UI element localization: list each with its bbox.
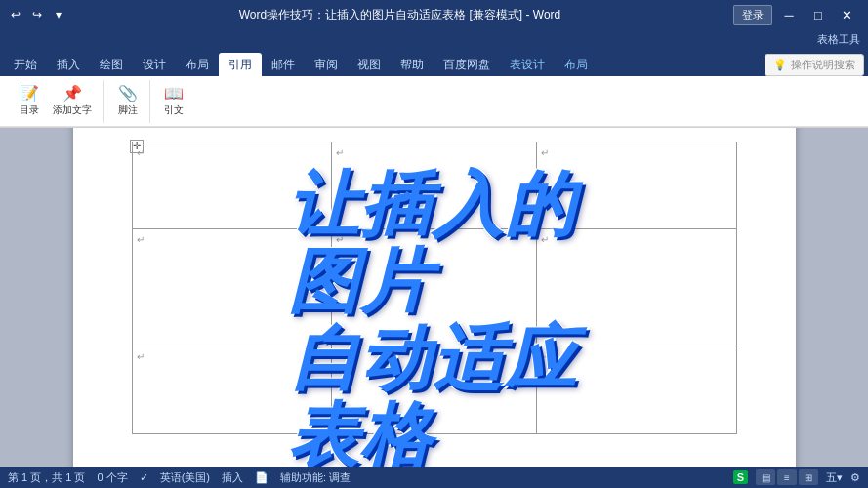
table-tools-bar: 表格工具 [0,29,868,49]
cmd-placeholder-1[interactable]: 📝 目录 [14,82,45,121]
help-search[interactable]: 💡 操作说明搜索 [765,54,864,76]
tab-table-design[interactable]: 表设计 [500,53,555,76]
return-arrow: ↵ [137,351,145,362]
table-cell[interactable]: ↵ [537,229,736,346]
minimize-button[interactable]: ─ [776,5,802,24]
tab-references[interactable]: 引用 [219,53,262,76]
tab-start[interactable]: 开始 [4,53,47,76]
table-row: ↵ ↵ ↵ [132,142,736,229]
view-icons: ▤ ≡ ⊞ [756,469,818,485]
maximize-button[interactable]: □ [806,5,831,24]
ribbon: 开始 插入 绘图 设计 布局 引用 邮件 审阅 视图 帮助 百度网盘 表设计 布… [0,49,868,128]
lightbulb-icon: 💡 [773,59,787,71]
page-count: 第 1 页，共 1 页 [8,470,85,485]
return-arrow: ↵ [137,147,145,158]
cmd-footnote[interactable]: 📎 脚注 [112,82,144,121]
tab-baidu[interactable]: 百度网盘 [434,53,500,76]
title-bar-right: 登录 ─ □ ✕ [733,5,860,25]
doc-icon: 📄 [255,471,269,484]
return-arrow: ↵ [336,234,344,245]
ribbon-group-1: 📝 目录 📌 添加文字 [8,80,104,123]
language[interactable]: 英语(美国) [160,470,210,485]
table-cell[interactable]: ↵ [132,346,331,434]
redo-icon[interactable]: ↪ [29,7,45,22]
table-row: ↵ ↵ [132,346,736,434]
table-cell[interactable]: ↵ [132,229,331,346]
cmd-citation[interactable]: 📖 引文 [158,82,189,121]
table-cell[interactable]: ↵ [537,142,736,229]
tab-view[interactable]: 视图 [348,53,391,76]
title-bar-left: ↩ ↪ ▾ [8,7,66,22]
table-row: ↵ ↵ ↵ [132,229,736,346]
zoom-level[interactable]: 五▾ [826,470,843,485]
table-cell[interactable] [331,346,536,434]
tab-mail[interactable]: 邮件 [262,53,305,76]
print-view-button[interactable]: ▤ [756,469,775,485]
undo-icon[interactable]: ↩ [8,7,23,22]
citation-icon: 📖 [164,86,184,102]
return-arrow: ↵ [137,234,145,245]
return-arrow: ↵ [541,234,549,245]
tab-review[interactable]: 审阅 [305,53,348,76]
tab-design[interactable]: 设计 [133,53,176,76]
settings-icon[interactable]: ⚙ [850,471,860,484]
insert-mode[interactable]: 插入 [222,470,243,485]
table-cell[interactable]: ↵ [537,346,736,434]
tab-layout[interactable]: 布局 [176,53,219,76]
table-tools-label: 表格工具 [817,32,860,47]
web-view-button[interactable]: ⊞ [799,469,818,485]
tab-draw[interactable]: 绘图 [90,53,133,76]
document-page: ✛ ↵ ↵ ↵ ↵ ↵ ↵ ↵ ↵ [73,128,796,467]
tab-help[interactable]: 帮助 [391,53,434,76]
table-cell[interactable]: ↵ [331,142,536,229]
cmd-icon-1: 📝 [20,86,39,102]
sogou-icon[interactable]: S [733,470,748,484]
document-table: ↵ ↵ ↵ ↵ ↵ ↵ ↵ ↵ [132,142,737,434]
title-text: Word操作技巧：让插入的图片自动适应表格 [兼容模式] - Word [239,7,561,23]
quick-access-icon[interactable]: ▾ [51,7,66,22]
title-bar: ↩ ↪ ▾ Word操作技巧：让插入的图片自动适应表格 [兼容模式] - Wor… [0,0,868,29]
read-view-button[interactable]: ≡ [777,469,797,485]
tab-table-layout[interactable]: 布局 [555,53,598,76]
cmd-placeholder-2[interactable]: 📌 添加文字 [47,82,98,121]
close-button[interactable]: ✕ [835,5,860,24]
table-cell[interactable]: ↵ [331,229,536,346]
word-count: 0 个字 [97,470,127,485]
return-arrow: ↵ [541,351,549,362]
table-cell[interactable]: ↵ [132,142,331,229]
help-search-label: 操作说明搜索 [791,58,855,72]
return-arrow: ↵ [541,147,549,158]
check-icon: ✓ [140,471,148,484]
ribbon-commands: 📝 目录 📌 添加文字 📎 脚注 📖 引文 [0,76,868,127]
status-bar-right: S ▤ ≡ ⊞ 五▾ ⚙ [733,469,860,485]
tab-insert[interactable]: 插入 [47,53,90,76]
footnote-icon: 📎 [118,86,138,102]
doc-area: ✛ ↵ ↵ ↵ ↵ ↵ ↵ ↵ ↵ [0,128,868,467]
login-button[interactable]: 登录 [733,5,772,25]
ribbon-group-2: 📎 脚注 [106,80,150,123]
ribbon-group-3: 📖 引文 [152,80,195,123]
ribbon-tabs: 开始 插入 绘图 设计 布局 引用 邮件 审阅 视图 帮助 百度网盘 表设计 布… [0,49,868,76]
cmd-icon-2: 📌 [62,86,82,102]
accessibility[interactable]: 辅助功能: 调查 [280,470,351,485]
return-arrow: ↵ [336,147,344,158]
status-bar: 第 1 页，共 1 页 0 个字 ✓ 英语(美国) 插入 📄 辅助功能: 调查 … [0,467,868,488]
